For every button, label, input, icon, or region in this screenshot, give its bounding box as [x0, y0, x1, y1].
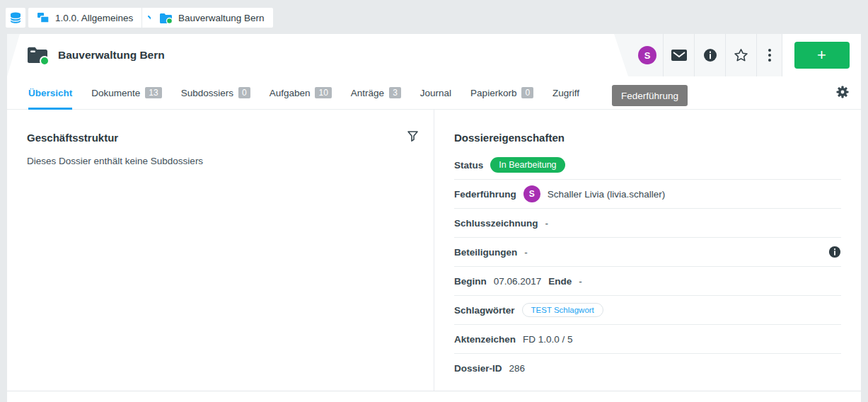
beteiligungen-value: - [524, 247, 528, 258]
breadcrumb-tab-allgemeines: 1.0.0. Allgemeines [28, 8, 161, 28]
status-badge: In Bearbeitung [490, 157, 565, 173]
tab-badge: 3 [389, 87, 401, 98]
user-avatar-button[interactable]: S [632, 34, 663, 76]
tab-aufgaben[interactable]: Aufgaben 10 [270, 76, 332, 110]
status-label: Status [454, 160, 483, 171]
tab-uebersicht[interactable]: Übersicht [28, 76, 72, 110]
gear-icon [836, 86, 849, 98]
info-icon [828, 246, 841, 258]
ende-label: Ende [548, 276, 572, 287]
property-row-beteiligungen: Beteiligungen - [454, 238, 841, 267]
beginn-value: 07.06.2017 [494, 276, 542, 287]
info-icon [703, 48, 717, 62]
property-row-dossier-id: Dossier-ID 286 [454, 354, 841, 383]
federfuehrung-value: Schaller Livia (livia.schaller) [548, 189, 666, 200]
left-panel-title: Geschäftsstruktur [27, 132, 118, 144]
beteiligungen-label: Beteiligungen [454, 247, 517, 258]
empty-subdossiers-message: Dieses Dossier enthält keine Subdossiers [27, 156, 203, 166]
dossier-header: Bauverwaltung Bern S [7, 34, 861, 76]
property-row-schlusszeichnung: Schlusszeichnung - [454, 209, 841, 238]
filter-button[interactable] [407, 130, 419, 142]
tab-badge: 0 [238, 87, 250, 98]
database-icon [9, 11, 22, 24]
mail-button[interactable] [663, 34, 694, 76]
tab-journal[interactable]: Journal [420, 76, 451, 110]
schlusszeichnung-label: Schlusszeichnung [454, 218, 538, 229]
breadcrumb-bar: 1.0.0. Allgemeines Bauverwaltung Bern [0, 0, 868, 34]
properties-title: Dossiereigenschaften [454, 132, 565, 144]
add-button[interactable]: + [794, 42, 850, 69]
tab-subdossiers[interactable]: Subdossiers 0 [181, 76, 250, 110]
more-actions-button[interactable] [756, 34, 782, 76]
more-vert-icon [768, 49, 771, 62]
federfuehrung-label: Federführung [454, 189, 516, 200]
tab-antraege[interactable]: Anträge 3 [351, 76, 401, 110]
home-database-button[interactable] [6, 8, 25, 28]
star-icon [734, 48, 748, 62]
info-button[interactable] [694, 34, 725, 76]
tab-badge: 13 [145, 87, 161, 98]
add-cell: + [782, 34, 861, 76]
ende-value: - [579, 276, 582, 287]
breadcrumb-tab-bauverwaltung[interactable]: Bauverwaltung Bern [151, 8, 273, 28]
settings-button[interactable] [836, 86, 849, 98]
tab-papierkorb[interactable]: Papierkorb 0 [470, 76, 533, 110]
beteiligungen-info-button[interactable] [828, 246, 841, 258]
schlagwort-chip[interactable]: TEST Schlagwort [522, 303, 603, 317]
tooltip-federfuehrung: Federführung [612, 85, 688, 106]
tab-badge: 10 [315, 87, 331, 98]
avatar: S [638, 46, 656, 64]
tab-bar: Übersicht Dokumente 13 Subdossiers 0 Auf… [7, 76, 861, 110]
folder-active-icon [159, 13, 173, 23]
schlusszeichnung-value: - [545, 218, 549, 229]
structure-icon [37, 12, 50, 23]
dossier-title-group: Bauverwaltung Bern [27, 34, 165, 76]
filter-icon [407, 130, 419, 142]
dossier-card: Bauverwaltung Bern S [7, 34, 861, 402]
header-toolbar: S [632, 34, 861, 76]
property-row-schlagwoerter: Schlagwörter TEST Schlagwort [454, 296, 841, 325]
tab-zugriff[interactable]: Zugriff [552, 76, 579, 110]
status-dot [40, 56, 50, 66]
property-row-federfuehrung: Federführung S Schaller Livia (livia.sch… [454, 180, 841, 209]
content-area: Geschäftsstruktur Dieses Dossier enthält… [7, 110, 861, 391]
favorite-button[interactable] [725, 34, 756, 76]
tab-badge: 0 [521, 87, 533, 98]
breadcrumb-label: 1.0.0. Allgemeines [55, 13, 133, 23]
schlagwoerter-label: Schlagwörter [454, 305, 515, 316]
breadcrumb-label: Bauverwaltung Bern [178, 13, 265, 23]
dossier-folder-icon [27, 46, 48, 64]
panel-divider [434, 110, 434, 391]
property-row-status: Status In Bearbeitung [454, 151, 841, 180]
properties-list: Status In Bearbeitung Federführung S Sch… [454, 151, 841, 383]
federfuehrung-avatar: S [523, 185, 540, 202]
dossier-id-label: Dossier-ID [454, 363, 502, 374]
mail-icon [671, 50, 687, 61]
tab-dokumente[interactable]: Dokumente 13 [91, 76, 161, 110]
page-title: Bauverwaltung Bern [58, 49, 165, 62]
aktenzeichen-value: FD 1.0.0 / 5 [523, 334, 573, 345]
property-row-aktenzeichen: Aktenzeichen FD 1.0.0 / 5 [454, 325, 841, 354]
breadcrumb-tab-allgemeines-main[interactable]: 1.0.0. Allgemeines [28, 8, 141, 28]
property-row-laufzeit: Beginn 07.06.2017 Ende - [454, 267, 841, 296]
aktenzeichen-label: Aktenzeichen [454, 334, 516, 345]
beginn-label: Beginn [454, 276, 487, 287]
dossier-id-value: 286 [509, 363, 526, 374]
